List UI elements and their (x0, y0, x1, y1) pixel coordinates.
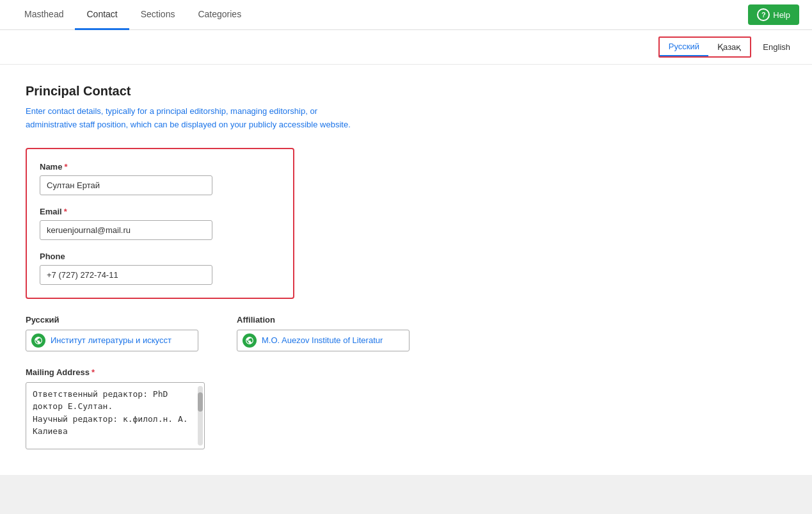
mailing-address-label: Mailing Address* (26, 367, 786, 377)
globe-icon-russian (31, 333, 45, 348)
phone-field-group: Phone (40, 252, 280, 285)
affiliation-row: Русский Институт литературы и искусст Af… (26, 315, 786, 351)
lang-kazakh-button[interactable]: Қазақ (708, 38, 750, 56)
mailing-address-wrap (26, 382, 205, 449)
page-wrapper: Masthead Contact Sections Categories Hel… (0, 0, 812, 514)
russian-affiliation-label: Русский (26, 315, 198, 325)
mailing-address-textarea[interactable] (26, 383, 204, 447)
globe-icon-english (243, 333, 257, 348)
lang-russian-button[interactable]: Русский (660, 38, 708, 56)
tab-masthead[interactable]: Masthead (13, 0, 75, 30)
english-affiliation-group: Affiliation M.O. Auezov Institute of Lit… (237, 315, 410, 351)
section-title: Principal Contact (26, 84, 786, 99)
scrollbar[interactable] (198, 386, 203, 446)
name-label: Name* (40, 162, 280, 172)
english-affiliation-value: M.O. Auezov Institute of Literatur (262, 335, 383, 345)
tab-categories[interactable]: Categories (186, 0, 253, 30)
mailing-address-group: Mailing Address* (26, 367, 786, 449)
russian-affiliation-input[interactable]: Институт литературы и искусст (26, 330, 198, 351)
tab-sections[interactable]: Sections (129, 0, 187, 30)
english-affiliation-label: Affiliation (237, 315, 410, 325)
section-description: Enter contact details, typically for a p… (26, 105, 358, 132)
phone-label: Phone (40, 252, 280, 261)
name-input[interactable] (40, 175, 212, 195)
name-field-group: Name* (40, 162, 280, 195)
main-content: Principal Contact Enter contact details,… (0, 65, 812, 475)
principal-contact-form: Name* Email* Phone (26, 148, 294, 299)
email-label: Email* (40, 207, 280, 216)
tab-contact[interactable]: Contact (75, 0, 129, 30)
russian-affiliation-value: Институт литературы и искусст (51, 335, 171, 345)
help-button[interactable]: Help (748, 4, 799, 25)
tabs-bar: Masthead Contact Sections Categories Hel… (0, 0, 812, 30)
email-field-group: Email* (40, 207, 280, 240)
scrollbar-thumb (198, 392, 203, 412)
lang-english-button[interactable]: English (754, 38, 799, 56)
phone-input[interactable] (40, 265, 212, 285)
russian-affiliation-group: Русский Институт литературы и искусст (26, 315, 198, 351)
language-switcher-row: Русский Қазақ English (0, 30, 812, 65)
language-switcher: Русский Қазақ (658, 36, 752, 58)
english-affiliation-input[interactable]: M.O. Auezov Institute of Literatur (237, 330, 410, 351)
email-input[interactable] (40, 220, 212, 240)
